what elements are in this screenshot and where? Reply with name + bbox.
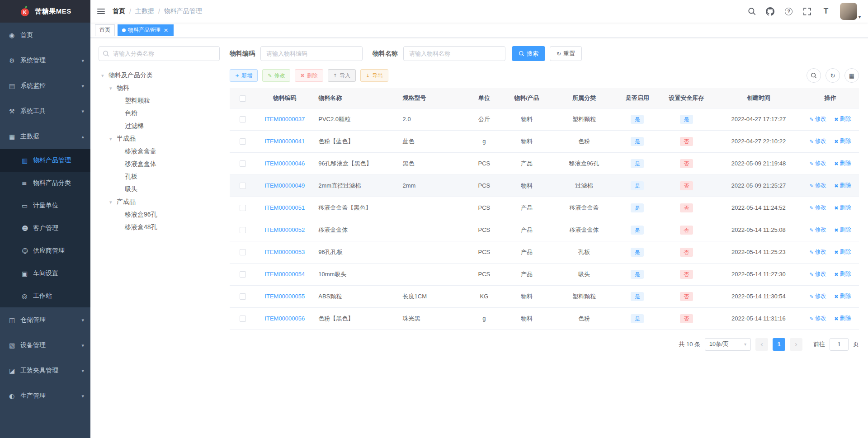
- import-button[interactable]: 导入: [328, 69, 356, 82]
- row-checkbox[interactable]: [240, 249, 246, 255]
- export-button[interactable]: 导出: [360, 69, 388, 82]
- delete-row-link[interactable]: 删除: [834, 115, 851, 123]
- sidebar-item[interactable]: 主数据: [0, 124, 90, 149]
- tree-node[interactable]: 移液盒96孔: [100, 208, 220, 221]
- fullscreen-icon[interactable]: [803, 7, 812, 16]
- tree-expand-icon[interactable]: [101, 73, 108, 78]
- sidebar-item[interactable]: 系统工具: [0, 99, 90, 124]
- row-checkbox[interactable]: [240, 293, 246, 300]
- edit-row-link[interactable]: 修改: [809, 115, 826, 123]
- tree-node[interactable]: 物料: [100, 82, 220, 94]
- prev-page-button[interactable]: [755, 338, 768, 351]
- material-code-link[interactable]: ITEM00000055: [264, 293, 305, 300]
- delete-button[interactable]: 删除: [295, 69, 323, 82]
- tree-expand-icon[interactable]: [109, 199, 117, 205]
- delete-row-link[interactable]: 删除: [834, 248, 851, 256]
- avatar[interactable]: [840, 3, 857, 20]
- search-icon[interactable]: [747, 7, 756, 16]
- sidebar-item[interactable]: 系统监控: [0, 73, 90, 99]
- tree-node[interactable]: 色粉: [100, 107, 220, 120]
- user-menu[interactable]: [840, 3, 861, 20]
- goto-page-input[interactable]: [830, 338, 849, 351]
- add-button[interactable]: 新增: [230, 69, 258, 82]
- help-icon[interactable]: ?: [784, 7, 793, 16]
- tree-node[interactable]: 移液盒盒体: [100, 158, 220, 170]
- sidebar-item[interactable]: 系统管理: [0, 48, 90, 73]
- tree-node[interactable]: 物料及产品分类: [100, 69, 220, 82]
- material-code-link[interactable]: ITEM00000046: [264, 160, 305, 167]
- columns-toggle-button[interactable]: [844, 68, 859, 83]
- material-code-link[interactable]: ITEM00000052: [264, 226, 305, 233]
- edit-row-link[interactable]: 修改: [809, 248, 826, 256]
- sidebar-item[interactable]: 设备管理: [0, 333, 90, 358]
- material-code-link[interactable]: ITEM00000054: [264, 271, 305, 278]
- tree-expand-icon[interactable]: [109, 136, 117, 141]
- tab-material-product[interactable]: 物料产品管理: [118, 24, 174, 36]
- delete-row-link[interactable]: 删除: [834, 292, 851, 300]
- row-checkbox[interactable]: [240, 227, 246, 233]
- sidebar-item[interactable]: 物料产品管理: [0, 149, 90, 172]
- row-checkbox[interactable]: [240, 116, 246, 122]
- delete-row-link[interactable]: 删除: [834, 315, 851, 322]
- edit-row-link[interactable]: 修改: [809, 226, 826, 234]
- tree-expand-icon[interactable]: [109, 85, 117, 91]
- show-search-toggle-button[interactable]: [807, 68, 821, 83]
- tree-node[interactable]: 移液盒48孔: [100, 221, 220, 234]
- sidebar-item[interactable]: 供应商管理: [0, 240, 90, 262]
- material-code-link[interactable]: ITEM00000053: [264, 249, 305, 255]
- edit-row-link[interactable]: 修改: [809, 315, 826, 322]
- sidebar-item[interactable]: 计量单位: [0, 194, 90, 217]
- material-code-input[interactable]: [260, 46, 363, 61]
- edit-button[interactable]: 修改: [262, 69, 290, 82]
- sidebar-item[interactable]: 物料产品分类: [0, 172, 90, 194]
- row-checkbox[interactable]: [240, 316, 246, 322]
- sidebar-item[interactable]: 工装夹具管理: [0, 358, 90, 383]
- row-checkbox[interactable]: [240, 271, 246, 278]
- delete-row-link[interactable]: 删除: [834, 226, 851, 234]
- sidebar-item[interactable]: 工作站: [0, 285, 90, 307]
- breadcrumb-home[interactable]: 首页: [113, 7, 125, 15]
- material-code-link[interactable]: ITEM00000049: [264, 182, 305, 189]
- edit-row-link[interactable]: 修改: [809, 204, 826, 212]
- edit-row-link[interactable]: 修改: [809, 160, 826, 167]
- delete-row-link[interactable]: 删除: [834, 182, 851, 189]
- reset-button[interactable]: 重置: [550, 46, 582, 61]
- sidebar-item[interactable]: 车间设置: [0, 262, 90, 285]
- edit-row-link[interactable]: 修改: [809, 182, 826, 189]
- category-search-input[interactable]: [99, 46, 220, 61]
- select-all-checkbox[interactable]: [240, 95, 246, 102]
- sidebar-toggle-button[interactable]: [90, 0, 112, 23]
- delete-row-link[interactable]: 删除: [834, 204, 851, 212]
- tab-home[interactable]: 首页: [95, 24, 115, 36]
- tree-node[interactable]: 过滤棉: [100, 120, 220, 132]
- material-code-link[interactable]: ITEM00000041: [264, 138, 305, 145]
- material-code-link[interactable]: ITEM00000037: [264, 116, 305, 122]
- edit-row-link[interactable]: 修改: [809, 292, 826, 300]
- delete-row-link[interactable]: 删除: [834, 270, 851, 278]
- sidebar-item[interactable]: 首页: [0, 23, 90, 48]
- row-checkbox[interactable]: [240, 160, 246, 167]
- tree-node[interactable]: 塑料颗粒: [100, 94, 220, 107]
- tree-node[interactable]: 产成品: [100, 196, 220, 208]
- edit-row-link[interactable]: 修改: [809, 137, 826, 145]
- font-size-icon[interactable]: T: [821, 7, 830, 16]
- sidebar-item[interactable]: 仓储管理: [0, 307, 90, 333]
- sidebar-item[interactable]: 客户管理: [0, 217, 90, 240]
- page-number-button[interactable]: 1: [773, 338, 785, 351]
- row-checkbox[interactable]: [240, 205, 246, 211]
- material-code-link[interactable]: ITEM00000051: [264, 204, 305, 211]
- next-page-button[interactable]: [790, 338, 802, 351]
- tree-node[interactable]: 半成品: [100, 132, 220, 145]
- app-logo[interactable]: K 苦糖果MES: [0, 0, 90, 23]
- edit-row-link[interactable]: 修改: [809, 270, 826, 278]
- tree-node[interactable]: 吸头: [100, 183, 220, 196]
- close-tab-icon[interactable]: [163, 27, 169, 33]
- row-checkbox[interactable]: [240, 183, 246, 189]
- tree-node[interactable]: 移液盒盒盖: [100, 145, 220, 158]
- page-size-select[interactable]: 10条/页: [705, 338, 751, 351]
- refresh-button[interactable]: [826, 68, 840, 83]
- delete-row-link[interactable]: 删除: [834, 160, 851, 167]
- github-icon[interactable]: [766, 7, 775, 16]
- material-code-link[interactable]: ITEM00000056: [264, 315, 305, 322]
- delete-row-link[interactable]: 删除: [834, 137, 851, 145]
